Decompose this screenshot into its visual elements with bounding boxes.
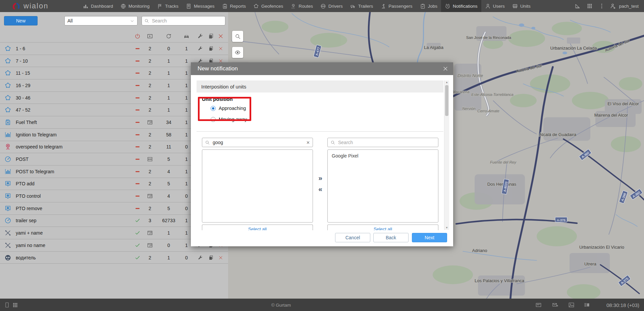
- nav-item-trailers[interactable]: Trailers: [346, 0, 377, 12]
- cancel-button[interactable]: Cancel: [335, 233, 370, 242]
- popup-icon[interactable]: [147, 33, 153, 39]
- enabled-check-icon[interactable]: [135, 230, 141, 236]
- disabled-dash-icon[interactable]: [135, 82, 141, 88]
- select-all-link[interactable]: Select all: [248, 225, 267, 230]
- map-place-label: Distrito Norte: [458, 73, 483, 78]
- grid-icon[interactable]: [12, 302, 18, 308]
- clear-search-icon[interactable]: ✕: [306, 140, 310, 145]
- nav-item-reports[interactable]: Reports: [218, 0, 250, 12]
- scroll-up-icon[interactable]: ▲: [444, 80, 449, 84]
- nav-item-messages[interactable]: Messages: [182, 0, 218, 12]
- triggered-count: 11: [166, 144, 171, 149]
- split-panel-icon[interactable]: [584, 302, 590, 308]
- wrench-icon[interactable]: [198, 46, 203, 51]
- close-icon[interactable]: [442, 66, 448, 72]
- radio-button[interactable]: [211, 117, 216, 122]
- units-count: 1: [185, 83, 188, 88]
- notification-name: 47 - 52: [16, 107, 31, 113]
- actions-count: 2: [149, 70, 151, 76]
- nav-item-routes[interactable]: Routes: [287, 0, 317, 12]
- nav-item-drivers[interactable]: Drivers: [317, 0, 346, 12]
- notification-row-1---6[interactable]: 1 - 6201: [0, 42, 228, 55]
- radio-moving-away[interactable]: Moving away: [208, 117, 247, 122]
- copy-icon[interactable]: [208, 33, 214, 39]
- wrench-icon[interactable]: [198, 255, 203, 260]
- filter-dropdown[interactable]: All: [64, 16, 138, 25]
- enabled-check-icon[interactable]: [135, 242, 141, 248]
- disabled-dash-icon[interactable]: [135, 157, 141, 162]
- radio-approaching[interactable]: Approaching: [208, 106, 246, 111]
- nav-item-units[interactable]: Units: [508, 0, 534, 12]
- wialon-logo-icon: [12, 2, 20, 10]
- disabled-dash-icon[interactable]: [135, 46, 141, 51]
- copy-icon[interactable]: [208, 46, 214, 51]
- scrollbar-thumb[interactable]: [445, 85, 448, 116]
- image-icon[interactable]: [568, 302, 575, 308]
- nav-item-jobs[interactable]: Jobs: [416, 0, 441, 12]
- ruler-icon[interactable]: [572, 0, 584, 12]
- copy-icon[interactable]: [208, 255, 214, 260]
- selected-units-search-input[interactable]: [337, 139, 435, 145]
- select-all-link[interactable]: Select all: [374, 225, 392, 230]
- monitor-icon[interactable]: [4, 302, 10, 308]
- notification-name: trailer sep: [16, 218, 36, 223]
- nav-item-dashboard[interactable]: Dashboard: [79, 0, 117, 12]
- next-button[interactable]: Next: [412, 233, 447, 242]
- map-place-label: El Viso del Alcor: [607, 101, 639, 106]
- enabled-check-icon[interactable]: [135, 218, 141, 224]
- map-visibility-button[interactable]: [232, 47, 243, 58]
- back-button[interactable]: Back: [373, 233, 409, 242]
- available-units-search-input[interactable]: [212, 139, 306, 145]
- car-icon[interactable]: [183, 33, 190, 39]
- cards-icon[interactable]: [535, 302, 542, 308]
- disabled-dash-icon[interactable]: [135, 181, 141, 187]
- map-route-shield: A-376: [555, 217, 567, 222]
- delete-icon[interactable]: [218, 255, 223, 260]
- nav-item-passengers[interactable]: Passengers: [377, 0, 416, 12]
- apps-grid-icon[interactable]: [584, 0, 596, 12]
- chart-icon: [4, 168, 11, 175]
- map-search-button[interactable]: [232, 31, 243, 42]
- list-item[interactable]: Google Pixel: [328, 150, 438, 160]
- disabled-dash-icon[interactable]: [135, 95, 141, 101]
- disabled-dash-icon[interactable]: [135, 70, 141, 76]
- enabled-check-icon[interactable]: [135, 255, 141, 260]
- nav-item-geofences[interactable]: Geofences: [250, 0, 287, 12]
- user-menu[interactable]: pach_test: [610, 3, 639, 9]
- new-notification-button[interactable]: New: [4, 16, 38, 25]
- disabled-dash-icon[interactable]: [135, 169, 141, 174]
- nav-item-tracks[interactable]: Tracks: [153, 0, 182, 12]
- selected-units-list[interactable]: Google Pixel: [327, 149, 438, 223]
- nav-item-label: Passengers: [388, 4, 412, 9]
- nav-item-users[interactable]: Users: [481, 0, 508, 12]
- dialog-header[interactable]: New notification: [191, 62, 453, 75]
- actions-count: 2: [149, 58, 151, 64]
- delete-icon[interactable]: [218, 46, 223, 51]
- disabled-dash-icon[interactable]: [135, 144, 141, 150]
- refresh-icon[interactable]: [166, 33, 172, 39]
- disabled-dash-icon[interactable]: [135, 193, 141, 199]
- notification-row-водитель[interactable]: водитель210: [0, 251, 228, 264]
- available-units-list[interactable]: [202, 149, 313, 223]
- triggered-count: 1: [167, 95, 170, 101]
- nav-item-label: Drivers: [328, 4, 343, 9]
- move-right-button[interactable]: »: [316, 174, 324, 181]
- disabled-dash-icon[interactable]: [135, 58, 141, 64]
- disabled-dash-icon[interactable]: [135, 119, 141, 125]
- panel-search-input[interactable]: [151, 18, 223, 24]
- move-left-button[interactable]: «: [316, 185, 324, 192]
- mail-forward-icon[interactable]: [552, 302, 558, 308]
- disabled-dash-icon[interactable]: [135, 107, 141, 113]
- nav-item-notifications[interactable]: Notifications: [441, 0, 481, 12]
- nav-item-label: Monitoring: [128, 4, 150, 9]
- nav-item-monitoring[interactable]: Monitoring: [117, 0, 153, 12]
- power-icon[interactable]: [135, 33, 141, 39]
- wrench-icon[interactable]: [197, 33, 203, 39]
- disabled-dash-icon[interactable]: [135, 205, 141, 211]
- dialog-scrollbar[interactable]: ▲ ▼: [444, 80, 449, 230]
- disabled-dash-icon[interactable]: [135, 132, 141, 137]
- radio-button[interactable]: [211, 106, 216, 111]
- kebab-menu-icon[interactable]: [596, 0, 608, 12]
- scroll-down-icon[interactable]: ▼: [444, 226, 449, 230]
- delete-icon[interactable]: [218, 33, 224, 39]
